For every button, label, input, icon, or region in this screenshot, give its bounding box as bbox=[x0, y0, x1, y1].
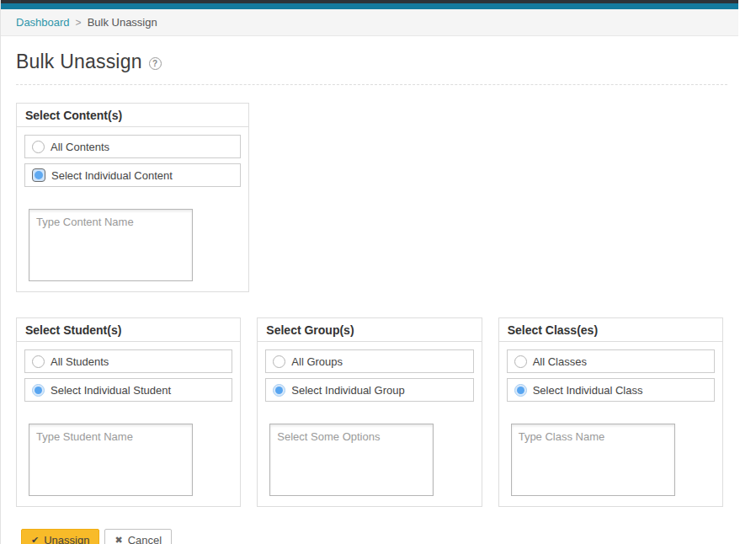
content-name-input[interactable] bbox=[29, 209, 193, 281]
radio-option-all-students[interactable]: All Students bbox=[24, 349, 232, 373]
radio-option-label: All Classes bbox=[533, 355, 587, 368]
panel-select-classes: Select Class(es) All Classes Select Indi… bbox=[498, 317, 723, 507]
radio-option-all-contents[interactable]: All Contents bbox=[24, 135, 241, 158]
radio-option-label: Select Individual Group bbox=[291, 384, 404, 397]
radio-option-label: Select Individual Content bbox=[51, 169, 173, 182]
group-select-input[interactable] bbox=[269, 424, 434, 496]
breadcrumb: Dashboard > Bulk Unassign bbox=[1, 9, 738, 36]
radio-option-label: Select Individual Class bbox=[533, 384, 643, 397]
radio-selected-icon[interactable] bbox=[273, 384, 285, 397]
radio-selected-icon[interactable] bbox=[32, 384, 45, 397]
panel-row: Select Student(s) All Students Select In… bbox=[16, 317, 723, 507]
breadcrumb-link-dashboard[interactable]: Dashboard bbox=[16, 16, 70, 29]
content-area: Select Content(s) All Contents Select In… bbox=[1, 103, 738, 544]
radio-option-all-groups[interactable]: All Groups bbox=[265, 349, 473, 373]
student-name-input[interactable] bbox=[29, 424, 193, 496]
panel-select-groups-title: Select Group(s) bbox=[258, 318, 481, 342]
radio-unselected-icon[interactable] bbox=[514, 355, 527, 368]
actions-row: ✔ Unassign ✖ Cancel bbox=[21, 529, 723, 544]
help-icon[interactable]: ? bbox=[149, 57, 162, 70]
radio-option-select-individual-group[interactable]: Select Individual Group bbox=[265, 378, 473, 402]
radio-option-label: Select Individual Student bbox=[51, 384, 171, 397]
panel-select-students-title: Select Student(s) bbox=[17, 318, 240, 342]
panel-select-students: Select Student(s) All Students Select In… bbox=[16, 317, 241, 507]
panel-select-students-body: All Students Select Individual Student bbox=[17, 342, 240, 506]
panel-select-contents-body: All Contents Select Individual Content bbox=[17, 127, 248, 291]
top-teal-bar bbox=[1, 3, 738, 9]
class-name-input[interactable] bbox=[511, 424, 675, 496]
x-icon: ✖ bbox=[114, 535, 122, 544]
radio-option-label: All Students bbox=[51, 355, 109, 368]
divider bbox=[16, 84, 727, 85]
breadcrumb-separator: > bbox=[76, 17, 82, 29]
radio-selected-icon[interactable] bbox=[514, 384, 527, 397]
page-title: Bulk Unassign bbox=[16, 51, 142, 73]
breadcrumb-current: Bulk Unassign bbox=[88, 16, 157, 29]
panel-select-contents-title: Select Content(s) bbox=[17, 104, 248, 127]
radio-option-select-individual-class[interactable]: Select Individual Class bbox=[507, 378, 715, 402]
radio-unselected-icon[interactable] bbox=[32, 141, 45, 153]
cancel-button[interactable]: ✖ Cancel bbox=[104, 529, 172, 544]
panel-select-contents: Select Content(s) All Contents Select In… bbox=[16, 103, 249, 292]
unassign-button[interactable]: ✔ Unassign bbox=[21, 529, 99, 544]
radio-option-label: All Groups bbox=[291, 355, 343, 368]
radio-unselected-icon[interactable] bbox=[32, 355, 45, 368]
panel-select-groups-body: All Groups Select Individual Group bbox=[258, 342, 481, 506]
radio-option-all-classes[interactable]: All Classes bbox=[507, 349, 715, 373]
page: Dashboard > Bulk Unassign Bulk Unassign … bbox=[0, 0, 738, 544]
radio-selected-icon[interactable] bbox=[32, 168, 45, 182]
panel-select-classes-body: All Classes Select Individual Class bbox=[499, 342, 722, 506]
panel-select-classes-title: Select Class(es) bbox=[499, 318, 722, 342]
unassign-button-label: Unassign bbox=[44, 534, 89, 544]
radio-option-label: All Contents bbox=[51, 141, 109, 153]
radio-unselected-icon[interactable] bbox=[273, 355, 285, 368]
radio-option-select-individual-content[interactable]: Select Individual Content bbox=[24, 163, 241, 187]
title-row: Bulk Unassign ? bbox=[1, 36, 738, 84]
radio-option-select-individual-student[interactable]: Select Individual Student bbox=[24, 378, 232, 402]
panel-select-groups: Select Group(s) All Groups Select Indivi… bbox=[257, 317, 482, 507]
check-icon: ✔ bbox=[31, 535, 39, 544]
cancel-button-label: Cancel bbox=[128, 534, 162, 544]
